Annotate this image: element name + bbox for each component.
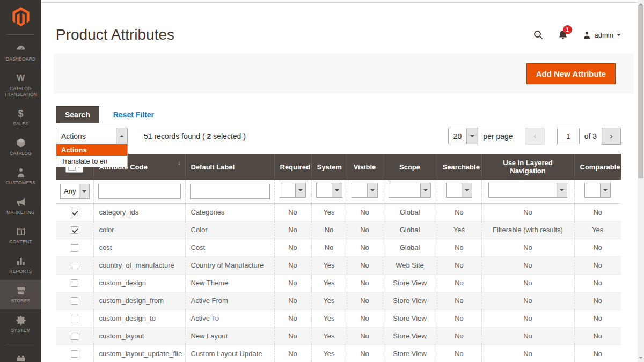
notifications-bell-icon[interactable]: 1 [558, 29, 568, 40]
table-row: custom_designNew ThemeNoYesNoStore ViewN… [56, 274, 621, 292]
cell-scope: Store View [383, 292, 437, 309]
search-button[interactable]: Search [56, 106, 99, 123]
table-row: colorColorNoNoNoGlobalYesFilterable (wit… [56, 221, 621, 239]
row-checkbox[interactable] [71, 350, 78, 358]
searchable-filter-select[interactable] [446, 183, 472, 198]
per-page-select[interactable]: 20 [448, 128, 479, 144]
row-checkbox[interactable] [71, 209, 78, 216]
menu-item-translate[interactable]: Translate to en [56, 156, 127, 167]
mass-select-filter[interactable]: Any [60, 184, 90, 199]
sidebar-item-find-partners[interactable]: FIND PARTNERS & EXTENSIONS [0, 348, 41, 362]
row-checkbox[interactable] [71, 279, 78, 287]
current-page-input[interactable] [557, 128, 580, 144]
row-select-cell [56, 221, 93, 239]
cell-attribute-code: custom_layout_update_file [93, 345, 185, 362]
cell-required: No [274, 345, 311, 362]
sidebar-item-sales[interactable]: $ SALES [0, 103, 41, 132]
sidebar-item-dashboard[interactable]: DASHBOARD [0, 38, 41, 68]
row-checkbox[interactable] [71, 315, 78, 322]
column-header-layered-navigation[interactable]: Use in Layered Navigation [481, 154, 574, 180]
admin-sidebar: DASHBOARD W CATALOG TRANSLATION $ SALES … [0, 0, 41, 362]
row-select-cell [56, 239, 93, 256]
records-found-text: 51 records found ( 2 selected ) [144, 132, 246, 141]
column-header-comparable[interactable]: Comparable [574, 154, 621, 180]
actions-select[interactable]: Actions [56, 128, 128, 144]
row-checkbox[interactable] [71, 333, 78, 340]
cell-scope: Store View [383, 309, 437, 327]
search-icon[interactable] [533, 29, 544, 40]
sidebar-divider [7, 344, 34, 344]
default-label-filter-input[interactable] [190, 184, 270, 199]
attributes-grid: Attribute Code↓ Default Label Required S… [56, 154, 621, 362]
table-row: custom_layoutNew LayoutNoYesNoStore View… [56, 327, 621, 345]
cell-system: Yes [311, 292, 347, 309]
row-checkbox[interactable] [71, 244, 78, 252]
magento-logo-icon[interactable] [0, 0, 41, 33]
cell-visible: No [347, 203, 383, 221]
visible-filter-select[interactable] [352, 183, 378, 198]
admin-username: admin [595, 31, 613, 39]
sidebar-item-customers[interactable]: CUSTOMERS [0, 162, 41, 191]
cell-scope: Store View [383, 345, 437, 362]
caret-down-icon [79, 184, 89, 198]
row-select-cell [56, 292, 93, 309]
admin-menu[interactable]: admin [582, 31, 621, 40]
attributes-table-body: category_idsCategoriesNoYesNoGlobalNoNoN… [56, 203, 621, 362]
scope-filter-select[interactable] [389, 183, 431, 198]
sidebar-item-content[interactable]: CONTENT [0, 221, 41, 250]
sidebar-item-catalog-translation[interactable]: W CATALOG TRANSLATION [0, 68, 41, 103]
row-checkbox[interactable] [71, 226, 78, 234]
sidebar-item-catalog[interactable]: CATALOG [0, 132, 41, 162]
attribute-code-filter-input[interactable] [98, 184, 181, 199]
row-select-cell [56, 327, 93, 345]
cell-layered-navigation: No [481, 203, 574, 221]
sidebar-item-marketing[interactable]: MARKETING [0, 191, 41, 221]
row-checkbox[interactable] [71, 262, 78, 269]
vertical-scrollbar[interactable] [638, 0, 644, 362]
megaphone-icon [1, 196, 40, 208]
storefront-icon [1, 285, 40, 297]
cell-attribute-code: category_ids [93, 203, 185, 221]
column-header-searchable[interactable]: Searchable [437, 154, 481, 180]
scroll-up-icon[interactable] [639, 1, 643, 5]
layered-navigation-filter-select[interactable] [488, 183, 567, 198]
cell-scope: Global [383, 203, 437, 221]
sort-desc-icon: ↓ [178, 159, 181, 166]
column-header-required[interactable]: Required [274, 154, 311, 180]
column-header-visible[interactable]: Visible [347, 154, 383, 180]
cell-system: Yes [311, 309, 347, 327]
sidebar-item-reports[interactable]: REPORTS [0, 250, 41, 280]
cell-default-label: Color [185, 221, 274, 239]
cell-attribute-code: custom_design [93, 274, 185, 292]
cell-required: No [274, 203, 311, 221]
scroll-down-icon[interactable] [639, 357, 643, 361]
row-checkbox[interactable] [71, 297, 78, 305]
column-header-default-label[interactable]: Default Label [185, 154, 274, 180]
user-icon [582, 31, 591, 40]
cell-required: No [274, 274, 311, 292]
comparable-filter-select[interactable] [584, 183, 611, 198]
scrollbar-thumb[interactable] [638, 5, 643, 178]
system-filter-select[interactable] [316, 183, 342, 198]
column-header-scope[interactable]: Scope [383, 154, 437, 180]
selected-count: 2 [207, 132, 211, 141]
sidebar-item-stores[interactable]: STORES [0, 280, 41, 309]
previous-page-button[interactable]: ‹ [525, 128, 545, 145]
dashboard-icon [1, 43, 40, 55]
cell-searchable: No [437, 256, 481, 274]
required-filter-select[interactable] [280, 183, 306, 198]
next-page-button[interactable]: › [602, 128, 621, 145]
column-header-system[interactable]: System [311, 154, 347, 180]
sidebar-item-system[interactable]: SYSTEM [0, 309, 41, 339]
cell-default-label: Active To [185, 309, 274, 327]
table-row: category_idsCategoriesNoYesNoGlobalNoNoN… [56, 203, 621, 221]
caret-down-icon [420, 183, 430, 197]
add-new-attribute-button[interactable]: Add New Attribute [526, 63, 616, 84]
cell-required: No [274, 239, 311, 256]
filter-searchable [437, 180, 481, 203]
cell-searchable: No [437, 309, 481, 327]
main-content: Product Attributes 1 admin Add New Attri… [41, 0, 638, 362]
cell-default-label: Custom Layout Update [185, 345, 274, 362]
reset-filter-link[interactable]: Reset Filter [113, 110, 154, 119]
menu-item-actions[interactable]: Actions [56, 144, 127, 156]
